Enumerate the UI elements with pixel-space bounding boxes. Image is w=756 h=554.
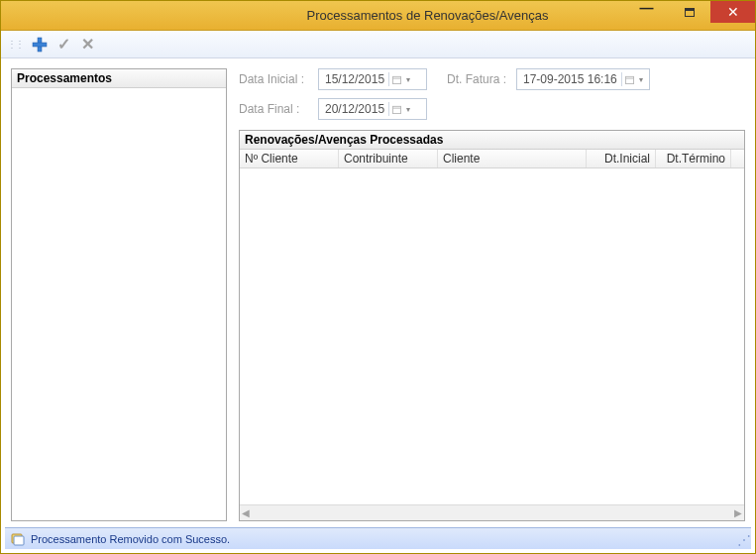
col-contribuinte[interactable]: Contribuinte xyxy=(339,150,438,167)
horizontal-scrollbar[interactable]: ◀ ▶ xyxy=(240,504,744,520)
processings-header: Processamentos xyxy=(12,69,226,88)
col-dt-inicial[interactable]: Dt.Inicial xyxy=(587,150,656,167)
svg-rect-2 xyxy=(393,76,401,83)
grid-title: Renovações/Avenças Processadas xyxy=(240,131,744,150)
data-final-field[interactable]: 20/12/2015 ▾ xyxy=(318,98,427,120)
details-panel: Data Inicial : 15/12/2015 ▾ Dt. Fatura :… xyxy=(239,68,745,521)
col-dt-termino[interactable]: Dt.Término xyxy=(656,150,731,167)
scroll-right-icon[interactable]: ▶ xyxy=(734,507,742,518)
data-inicial-label: Data Inicial : xyxy=(239,72,318,86)
filter-row-2: Data Final : 20/12/2015 ▾ xyxy=(239,98,745,120)
data-inicial-value: 15/12/2015 xyxy=(325,72,384,86)
col-n-cliente[interactable]: Nº Cliente xyxy=(240,150,339,167)
col-cliente[interactable]: Cliente xyxy=(438,150,587,167)
svg-rect-1 xyxy=(33,43,47,47)
plus-icon xyxy=(32,37,48,53)
scroll-left-icon[interactable]: ◀ xyxy=(242,507,250,518)
status-bar: Processamento Removido com Sucesso. ⋰ xyxy=(5,527,751,549)
processings-list[interactable] xyxy=(12,88,226,520)
dt-fatura-value: 17-09-2015 16:16 xyxy=(523,72,617,86)
x-icon: ✕ xyxy=(81,35,94,54)
data-final-value: 20/12/2015 xyxy=(325,102,384,116)
status-icon xyxy=(11,532,25,546)
dt-fatura-field[interactable]: 17-09-2015 16:16 ▾ xyxy=(516,68,650,90)
title-bar: Processamentos de Renovações/Avenças — ✕ xyxy=(1,1,755,31)
calendar-icon[interactable]: ▾ xyxy=(388,102,404,116)
maximize-button[interactable] xyxy=(668,1,710,23)
col-spacer xyxy=(731,150,744,167)
filter-row-1: Data Inicial : 15/12/2015 ▾ Dt. Fatura :… xyxy=(239,68,745,90)
close-button[interactable]: ✕ xyxy=(710,1,755,23)
resize-grip[interactable]: ⋰ xyxy=(737,536,749,548)
calendar-icon[interactable]: ▾ xyxy=(388,72,404,86)
svg-rect-6 xyxy=(393,106,401,113)
results-grid: Renovações/Avenças Processadas Nº Client… xyxy=(239,130,745,521)
window-controls: — ✕ xyxy=(625,1,755,23)
grid-body[interactable] xyxy=(240,168,744,504)
add-button[interactable] xyxy=(31,36,49,54)
svg-rect-4 xyxy=(625,76,633,83)
grid-header: Nº Cliente Contribuinte Cliente Dt.Inici… xyxy=(240,150,744,168)
chevron-down-icon: ▾ xyxy=(406,75,414,84)
minimize-button[interactable]: — xyxy=(625,1,668,23)
check-icon: ✓ xyxy=(57,35,70,54)
processings-panel: Processamentos xyxy=(11,68,227,521)
data-final-label: Data Final : xyxy=(239,102,318,116)
svg-rect-9 xyxy=(14,536,24,545)
main-area: Processamentos Data Inicial : 15/12/2015… xyxy=(1,58,755,527)
toolbar-grip: ⋮⋮ xyxy=(7,39,23,50)
confirm-button[interactable]: ✓ xyxy=(54,36,72,54)
chevron-down-icon: ▾ xyxy=(406,105,414,114)
app-window: Processamentos de Renovações/Avenças — ✕… xyxy=(0,0,756,554)
cancel-button[interactable]: ✕ xyxy=(78,36,96,54)
toolbar: ⋮⋮ ✓ ✕ xyxy=(1,31,755,58)
dt-fatura-label: Dt. Fatura : xyxy=(447,72,516,86)
chevron-down-icon: ▾ xyxy=(639,75,647,84)
status-message: Processamento Removido com Sucesso. xyxy=(31,533,230,545)
data-inicial-field[interactable]: 15/12/2015 ▾ xyxy=(318,68,427,90)
calendar-icon[interactable]: ▾ xyxy=(621,72,637,86)
